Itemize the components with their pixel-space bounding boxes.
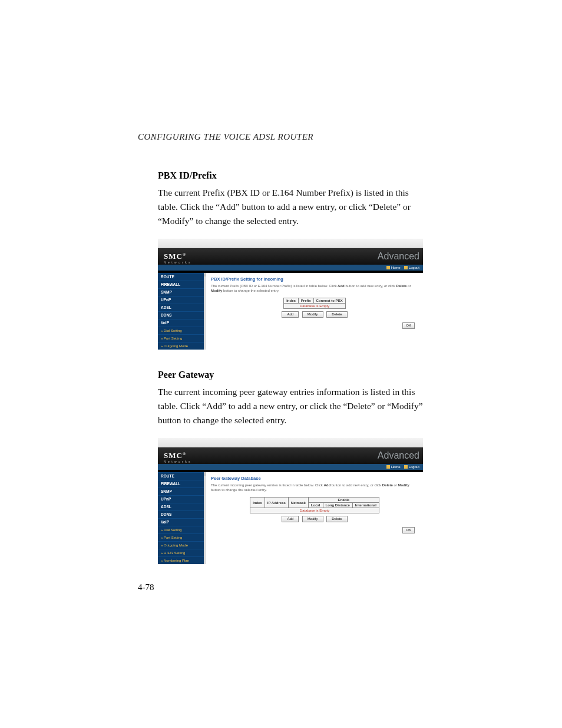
table-header-row: Index IP Address Netmask Enable <box>250 498 379 503</box>
col-connect: Connect to PBX <box>313 298 345 304</box>
logo-sub: N e t w o r k s <box>164 460 191 463</box>
sidebar-scrollbar[interactable] <box>204 472 206 564</box>
sidebar-sub-h323[interactable]: » H.323 Setting <box>158 549 206 556</box>
sidebar-item-route[interactable]: ROUTE <box>158 273 206 281</box>
sidebar: ROUTE FIREWALL SNMP UPnP ADSL DDNS VoIP … <box>158 273 206 350</box>
top-links: Home Logout <box>158 464 423 470</box>
page-number: 4-78 <box>138 582 154 592</box>
delete-button[interactable]: Delete <box>326 311 347 318</box>
sidebar-item-snmp[interactable]: SNMP <box>158 288 206 296</box>
peer-table: Index IP Address Netmask Enable Local Lo… <box>250 497 379 513</box>
logout-icon <box>404 266 408 269</box>
col-netmask: Netmask <box>288 498 308 508</box>
logout-link[interactable]: Logout <box>404 465 419 469</box>
button-row: Add Modify Delete <box>211 516 418 522</box>
logo-sub: N e t w o r k s <box>164 261 191 264</box>
sidebar-item-adsl[interactable]: ADSL <box>158 304 206 311</box>
ok-button[interactable]: OK <box>402 527 415 533</box>
sidebar-sub-port[interactable]: » Port Setting <box>158 533 206 541</box>
add-button[interactable]: Add <box>282 516 299 522</box>
brand-banner: SMC® N e t w o r k s Advanced <box>158 447 423 464</box>
sidebar-item-adsl[interactable]: ADSL <box>158 503 206 510</box>
screenshot-pbx: SMC® N e t w o r k s Advanced Home Logou… <box>158 239 423 350</box>
brand-right: Advanced <box>378 251 419 262</box>
col-prefix: Prefix <box>298 298 313 304</box>
sidebar-item-firewall[interactable]: FIREWALL <box>158 281 206 288</box>
brand-right: Advanced <box>378 450 419 461</box>
sidebar-item-upnp[interactable]: UPnP <box>158 495 206 503</box>
sidebar-item-ddns[interactable]: DDNS <box>158 510 206 518</box>
window-chrome <box>158 438 423 447</box>
home-link[interactable]: Home <box>386 266 401 269</box>
table-row: Database is Empty <box>250 508 379 513</box>
sidebar: ROUTE FIREWALL SNMP UPnP ADSL DDNS VoIP … <box>158 472 206 564</box>
sidebar-item-ddns[interactable]: DDNS <box>158 311 206 319</box>
ok-button[interactable]: OK <box>402 322 415 329</box>
sidebar-item-snmp[interactable]: SNMP <box>158 487 206 495</box>
sidebar-sub-outgoing[interactable]: » Outgoing Mode <box>158 342 206 350</box>
section-body-peer: The current incoming peer gateway entrie… <box>158 385 424 427</box>
sidebar-sub-port[interactable]: » Port Setting <box>158 334 206 342</box>
col-long: Long Distance <box>323 503 352 508</box>
col-index: Index <box>250 498 265 508</box>
sidebar-item-voip[interactable]: VoIP <box>158 319 206 327</box>
window-chrome <box>158 239 423 248</box>
screenshot-peer: SMC® N e t w o r k s Advanced Home Logou… <box>158 438 423 564</box>
section-title-pbx: PBX ID/Prefix <box>158 170 424 181</box>
pbx-table: Index Prefix Connect to PBX Database is … <box>283 298 346 309</box>
brand-banner: SMC® N e t w o r k s Advanced <box>158 248 423 265</box>
col-ip: IP Address <box>265 498 288 508</box>
pane-heading: Peer Gateway Database <box>211 476 418 481</box>
col-enable: Enable <box>308 498 379 503</box>
pane-desc: The current Prefix (PBX ID or E.164 Numb… <box>211 284 418 293</box>
sidebar-item-voip[interactable]: VoIP <box>158 518 206 526</box>
sidebar-sub-numbering[interactable]: » Numbering Plan <box>158 556 206 564</box>
content-pane: PBX ID/Prefix Setting for Incoming The c… <box>206 273 423 350</box>
sidebar-item-route[interactable]: ROUTE <box>158 472 206 480</box>
delete-button[interactable]: Delete <box>326 516 347 522</box>
home-link[interactable]: Home <box>386 465 401 469</box>
table-row: Database is Empty <box>284 304 346 309</box>
content-pane: Peer Gateway Database The current incomi… <box>206 472 423 564</box>
logout-icon <box>404 465 408 469</box>
logo: SMC® <box>164 451 186 460</box>
home-icon <box>386 465 390 469</box>
modify-button[interactable]: Modify <box>302 516 323 522</box>
section-body-pbx: The current Prefix (PBX ID or E.164 Numb… <box>158 186 424 228</box>
col-local: Local <box>308 503 323 508</box>
empty-msg: Database is Empty <box>284 304 346 309</box>
sidebar-sub-dial[interactable]: » Dial Setting <box>158 327 206 334</box>
sidebar-scrollbar[interactable] <box>204 273 206 350</box>
sidebar-item-upnp[interactable]: UPnP <box>158 296 206 304</box>
modify-button[interactable]: Modify <box>302 311 323 318</box>
col-intl: International <box>352 503 379 508</box>
logo: SMC® <box>164 252 186 261</box>
empty-msg: Database is Empty <box>250 508 379 513</box>
pane-heading: PBX ID/Prefix Setting for Incoming <box>211 276 418 282</box>
running-head: CONFIGURING THE VOICE ADSL ROUTER <box>138 132 424 142</box>
sidebar-item-firewall[interactable]: FIREWALL <box>158 480 206 487</box>
logout-link[interactable]: Logout <box>404 266 419 269</box>
sidebar-sub-outgoing[interactable]: » Outgoing Mode <box>158 541 206 549</box>
table-header-row: Index Prefix Connect to PBX <box>284 298 346 304</box>
top-links: Home Logout <box>158 265 423 271</box>
sidebar-sub-dial[interactable]: » Dial Setting <box>158 526 206 533</box>
add-button[interactable]: Add <box>282 311 299 318</box>
home-icon <box>386 266 390 269</box>
section-title-peer: Peer Gateway <box>158 370 424 380</box>
col-index: Index <box>284 298 299 304</box>
pane-desc: The current incoming peer gateway entrie… <box>211 483 418 492</box>
button-row: Add Modify Delete <box>211 311 418 318</box>
